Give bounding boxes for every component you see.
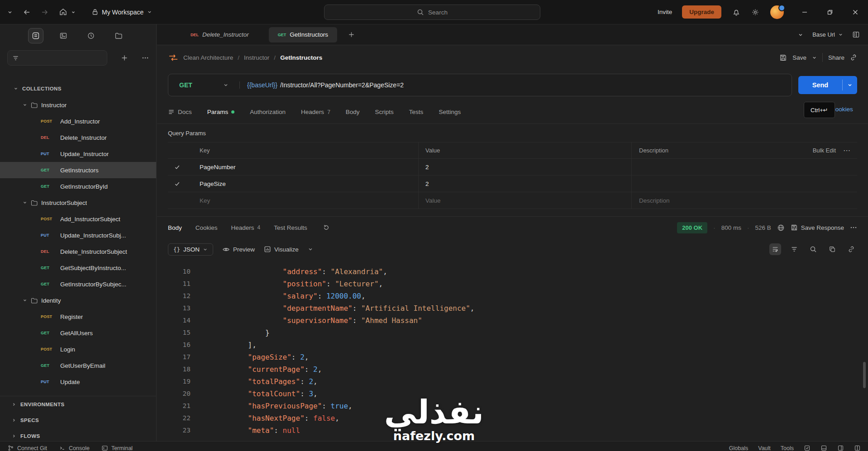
minimize-button[interactable]	[792, 0, 817, 24]
preview-button[interactable]: Preview	[222, 246, 255, 253]
tab-scripts[interactable]: Scripts	[375, 109, 394, 115]
save-button[interactable]: Save	[792, 54, 806, 61]
response-body-viewer[interactable]: 10 "address": "Alexandria",11 "position"…	[157, 260, 868, 451]
connect-git-button[interactable]: Connect Git	[7, 445, 47, 451]
search-input[interactable]: Search	[324, 5, 540, 20]
folder-rail-icon[interactable]	[111, 28, 126, 43]
more-options-icon[interactable]: ⋯	[843, 146, 851, 155]
chevron-down-icon[interactable]	[798, 32, 803, 38]
globe-icon[interactable]	[777, 224, 785, 232]
param-description-placeholder[interactable]: Description	[631, 192, 857, 209]
param-value[interactable]: 2	[418, 176, 631, 192]
maximize-button[interactable]	[817, 0, 843, 24]
panel-right-icon[interactable]	[837, 445, 844, 451]
environments-section[interactable]: ENVIRONMENTS	[0, 396, 156, 412]
tools-button[interactable]: Tools	[781, 445, 794, 451]
checkbox-checked[interactable]	[174, 164, 180, 170]
link-icon[interactable]	[850, 54, 857, 61]
avatar[interactable]	[770, 5, 784, 19]
collections-section-header[interactable]: COLLECTIONS	[0, 81, 156, 97]
tree-request-Delete-InstructorSubject[interactable]: DELDelete_InstructorSubject	[0, 243, 156, 260]
tab-settings[interactable]: Settings	[439, 109, 461, 115]
tab-authorization[interactable]: Authorization	[250, 109, 286, 115]
tree-folder-Identity[interactable]: Identity	[0, 292, 156, 309]
visualize-button[interactable]: Visualize	[264, 246, 299, 253]
param-description[interactable]	[631, 159, 857, 175]
response-tab-headers[interactable]: Headers 4	[231, 224, 261, 231]
tree-request-GetInstructorById[interactable]: GETGetInstructorById	[0, 178, 156, 195]
tree-request-GetInstructors[interactable]: GETGetInstructors	[0, 162, 156, 178]
format-selector[interactable]: {} JSON	[168, 243, 213, 256]
save-icon[interactable]	[779, 54, 787, 62]
tree-request-Login[interactable]: POSTLogin	[0, 341, 156, 357]
param-value[interactable]: 2	[418, 159, 631, 175]
chevron-down-icon[interactable]	[7, 9, 13, 15]
tree-request-GetInstructorBySubjec-[interactable]: GETGetInstructorBySubjec...	[0, 276, 156, 292]
collections-rail-icon[interactable]	[28, 28, 43, 43]
tree-request-Update-Instructor[interactable]: PUTUpdate_Instructor	[0, 146, 156, 162]
link-icon[interactable]	[845, 243, 857, 255]
invite-button[interactable]: Invite	[658, 9, 672, 15]
more-options-icon[interactable]	[850, 224, 857, 231]
panel-bottom-icon[interactable]	[820, 445, 827, 451]
copy-icon[interactable]	[826, 243, 838, 255]
tree-request-Update[interactable]: PUTUpdate	[0, 374, 156, 390]
url-input[interactable]: {{baseUrl}} /Instructor/All?PageNumber=2…	[240, 81, 404, 89]
response-tab-body[interactable]: Body	[168, 224, 182, 231]
tree-request-Add-InstructorSubject[interactable]: POSTAdd_InstructorSubject	[0, 211, 156, 227]
tab-params[interactable]: Params	[207, 109, 235, 115]
param-key-placeholder[interactable]: Key	[186, 197, 418, 204]
specs-section[interactable]: SPECS	[0, 412, 156, 428]
search-icon[interactable]	[807, 243, 819, 255]
param-description[interactable]	[631, 176, 857, 192]
chevron-down-icon[interactable]	[308, 247, 313, 252]
save-response-button[interactable]: Save Response	[791, 224, 844, 231]
workspace-switcher[interactable]: My Workspace	[92, 9, 152, 16]
send-button[interactable]: Send	[798, 76, 857, 94]
param-key[interactable]: PageNumber	[186, 164, 418, 171]
tab-delete-instructor[interactable]: DEL Delete_Instructor	[181, 27, 258, 43]
bell-icon[interactable]	[732, 8, 740, 16]
forward-arrow-icon[interactable]	[41, 8, 49, 16]
param-value-placeholder[interactable]: Value	[418, 192, 631, 209]
tree-folder-InstructorSubject[interactable]: InstructorSubject	[0, 195, 156, 211]
back-arrow-icon[interactable]	[23, 8, 31, 16]
chevron-down-icon[interactable]	[812, 55, 817, 60]
tree-request-GetUserByEmail[interactable]: GETGetUserByEmail	[0, 357, 156, 374]
method-selector[interactable]: GET	[168, 81, 240, 89]
home-icon[interactable]	[59, 8, 67, 16]
tree-request-Delete[interactable]: DELDelete	[0, 390, 156, 396]
response-tab-cookies[interactable]: Cookies	[196, 224, 218, 231]
filter-icon[interactable]	[788, 243, 800, 255]
tab-body[interactable]: Body	[346, 109, 360, 115]
environment-panel-icon[interactable]	[852, 31, 860, 38]
upgrade-button[interactable]: Upgrade	[682, 5, 721, 19]
tree-request-GetAllUsers[interactable]: GETGetAllUsers	[0, 325, 156, 341]
param-key[interactable]: PageSize	[186, 180, 418, 187]
tree-folder-Instructor[interactable]: Instructor	[0, 97, 156, 113]
history-rail-icon[interactable]	[83, 28, 99, 43]
globals-button[interactable]: Globals	[729, 445, 748, 451]
gear-icon[interactable]	[751, 8, 759, 16]
environment-selector[interactable]: Base Url	[812, 31, 843, 38]
wrap-text-icon[interactable]	[769, 243, 781, 255]
scrollbar-thumb[interactable]	[863, 362, 866, 388]
tab-headers[interactable]: Headers 7	[301, 109, 330, 115]
select-panel-icon[interactable]	[804, 445, 811, 451]
checkbox-checked[interactable]	[174, 181, 180, 187]
add-button[interactable]	[121, 54, 128, 62]
tree-request-Delete-Instructor[interactable]: DELDelete_Instructor	[0, 129, 156, 146]
more-options-icon[interactable]	[142, 54, 149, 62]
bulk-edit-button[interactable]: Bulk Edit	[813, 147, 836, 154]
response-history-icon[interactable]	[323, 224, 330, 231]
response-tab-test-results[interactable]: Test Results	[274, 224, 307, 231]
tab-docs[interactable]: Docs	[168, 109, 192, 115]
terminal-button[interactable]: Terminal	[101, 445, 133, 451]
tree-request-GetSubjectByInstructo-[interactable]: GETGetSubjectByInstructo...	[0, 260, 156, 276]
sidebar-filter-input[interactable]	[7, 50, 107, 66]
tab-getinstructors[interactable]: GET GetInstructors	[269, 27, 337, 43]
media-rail-icon[interactable]	[56, 28, 71, 43]
vault-button[interactable]: Vault	[758, 445, 771, 451]
panel-split-icon[interactable]	[854, 445, 861, 451]
tab-tests[interactable]: Tests	[409, 109, 424, 115]
